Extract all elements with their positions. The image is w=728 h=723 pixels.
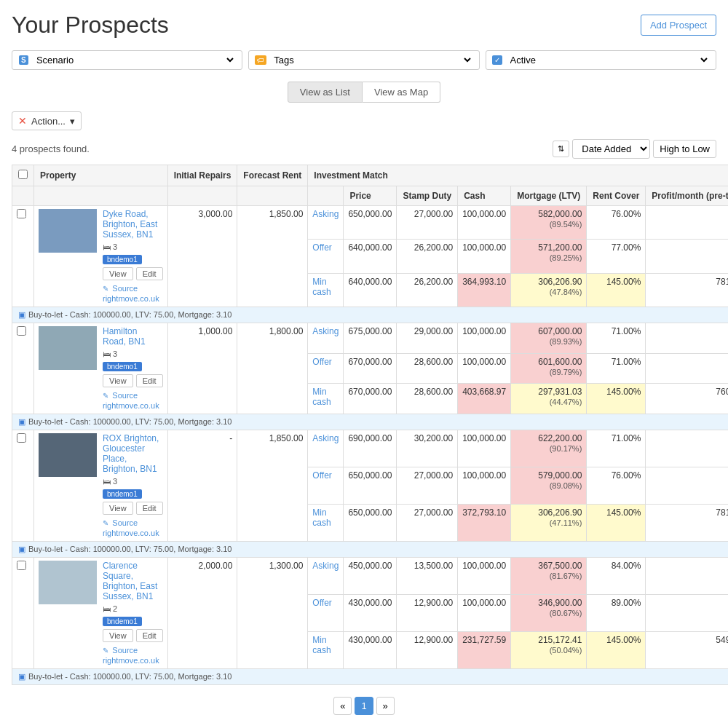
cash-cell: 100,000.00	[458, 558, 511, 595]
mortgage-cell: 622,200.00(90.17%)	[511, 430, 587, 467]
source-link-icon: ✎	[103, 647, 108, 655]
sort-controls: ⇅ Date Added High to Low	[553, 139, 716, 159]
stamp-duty-cell: 12,900.00	[397, 595, 458, 632]
action-dropdown[interactable]: ✕ Action... ▾	[12, 111, 82, 130]
header-initial-repairs: Initial Repairs	[167, 165, 237, 186]
stamp-duty-cell: 29,000.00	[397, 323, 458, 354]
row-checkbox-cell	[12, 558, 34, 669]
source-link-icon: ✎	[103, 285, 108, 293]
scenario-select[interactable]: Scenario	[33, 54, 236, 66]
row-checkbox-0[interactable]	[17, 209, 26, 218]
header-investment-match: Investment Match	[308, 165, 728, 186]
rent-cover-cell: 71.00%	[587, 323, 646, 354]
edit-button[interactable]: Edit	[136, 267, 163, 280]
mortgage-ltv-sub: (89.54%)	[550, 220, 582, 229]
header-blank4	[237, 186, 308, 206]
header-cash: Cash	[458, 186, 511, 206]
view-button[interactable]: View	[103, 502, 133, 515]
row-label-cell: Offer	[308, 467, 344, 505]
source-link[interactable]: Source rightmove.co.uk	[103, 284, 159, 303]
header-blank1	[12, 186, 34, 206]
initial-repairs-cell: -	[167, 430, 237, 542]
header-checkbox-cell	[12, 165, 34, 186]
view-map-button[interactable]: View as Map	[363, 82, 440, 103]
source-link-icon: ✎	[103, 392, 108, 400]
scenario-filter[interactable]: S Scenario	[12, 50, 242, 70]
cash-cell: 100,000.00	[458, 467, 511, 505]
source-link[interactable]: Source rightmove.co.uk	[103, 646, 159, 665]
scenario-cell: ▣Buy-to-let - Cash: 100000.00, LTV: 75.0…	[12, 542, 729, 558]
stamp-duty-cell: 28,600.00	[397, 353, 458, 384]
scenario-row: ▣Buy-to-let - Cash: 100000.00, LTV: 75.0…	[12, 542, 729, 558]
prospects-count: 4 prospects found.	[12, 143, 90, 154]
scenario-icon-cell: ▣	[18, 417, 25, 426]
row-checkbox-3[interactable]	[17, 561, 26, 570]
source-container: ✎ Source rightmove.co.uk	[103, 283, 163, 304]
cash-cell: 100,000.00	[458, 353, 511, 384]
header-stamp-duty: Stamp Duty	[397, 186, 458, 206]
stamp-duty-cell: 12,900.00	[397, 632, 458, 669]
mortgage-cell: 579,000.00(89.08%)	[511, 467, 587, 505]
select-all-checkbox[interactable]	[18, 170, 28, 179]
property-actions: View Edit	[103, 374, 163, 387]
pagination-prev[interactable]: «	[333, 697, 352, 715]
price-cell: 690,000.00	[344, 430, 397, 467]
mortgage-cell: 367,500.00(81.67%)	[511, 558, 587, 595]
mortgage-cell: 306,206.90(47.84%)	[511, 273, 587, 307]
rent-cover-cell: 145.00%	[587, 632, 646, 669]
row-label-cell: Asking	[308, 323, 344, 354]
header-forecast-rent: Forecast Rent	[237, 165, 308, 186]
price-cell: 640,000.00	[344, 240, 397, 273]
price-cell: 670,000.00	[344, 384, 397, 414]
action-icon: ✕	[18, 115, 27, 127]
mortgage-ltv-sub: (47.11%)	[550, 518, 582, 527]
row-checkbox-2[interactable]	[17, 433, 26, 443]
active-select[interactable]: Active	[507, 54, 710, 66]
profit-cell: 781.47	[646, 505, 728, 542]
rent-cover-cell: 145.00%	[587, 505, 646, 542]
header-blank5	[308, 186, 344, 206]
add-prospect-button[interactable]: Add Prospect	[641, 15, 716, 36]
cash-cell: 231,727.59	[458, 632, 511, 669]
source-container: ✎ Source rightmove.co.uk	[103, 390, 163, 411]
profit-cell	[646, 595, 728, 632]
source-link[interactable]: Source rightmove.co.uk	[103, 518, 159, 537]
source-link[interactable]: Source rightmove.co.uk	[103, 391, 159, 410]
profit-cell: 781.47	[646, 273, 728, 307]
mortgage-cell: 306,206.90(47.11%)	[511, 505, 587, 542]
price-cell: 640,000.00	[344, 273, 397, 307]
tag-badge: bndemo1	[103, 489, 142, 499]
stamp-duty-cell: 27,000.00	[397, 505, 458, 542]
property-thumbnail	[39, 561, 97, 604]
initial-repairs-cell: 3,000.00	[167, 206, 237, 307]
profit-cell	[646, 323, 728, 354]
view-button[interactable]: View	[103, 374, 133, 387]
view-button[interactable]: View	[103, 267, 133, 280]
active-filter[interactable]: ✓ Active	[486, 50, 716, 70]
sort-arrows-button[interactable]: ⇅	[553, 141, 569, 157]
pagination-next[interactable]: »	[376, 697, 395, 715]
edit-button[interactable]: Edit	[136, 629, 163, 642]
view-toggle: View as List View as Map	[12, 82, 716, 103]
mortgage-ltv-sub: (50.04%)	[550, 646, 582, 655]
property-thumbnail	[39, 326, 97, 370]
action-bar: ✕ Action... ▾	[12, 111, 716, 130]
property-cell: Clarence Square, Brighton, East Sussex, …	[34, 558, 168, 669]
tags-filter[interactable]: 🏷 Tags	[248, 50, 479, 70]
row-label-cell: Min cash	[308, 505, 344, 542]
view-button[interactable]: View	[103, 629, 133, 642]
tags-select[interactable]: Tags	[271, 54, 472, 66]
rent-cover-cell: 84.00%	[587, 558, 646, 595]
pagination-current[interactable]: 1	[355, 697, 373, 715]
profit-cell	[646, 353, 728, 384]
view-list-button[interactable]: View as List	[288, 82, 363, 103]
sort-field-select[interactable]: Date Added	[572, 139, 650, 159]
edit-button[interactable]: Edit	[136, 502, 163, 515]
mortgage-ltv-sub: (89.93%)	[550, 337, 582, 346]
sort-order-button[interactable]: High to Low	[653, 140, 716, 158]
row-checkbox-1[interactable]	[17, 326, 26, 336]
property-name: ROX Brighton, Gloucester Place, Brighton…	[103, 433, 163, 474]
edit-button[interactable]: Edit	[136, 374, 163, 387]
table-row: Hamilton Road, BN1 🛏 3 bndemo1 View Edit…	[12, 323, 729, 354]
mortgage-ltv-sub: (81.67%)	[550, 572, 582, 580]
